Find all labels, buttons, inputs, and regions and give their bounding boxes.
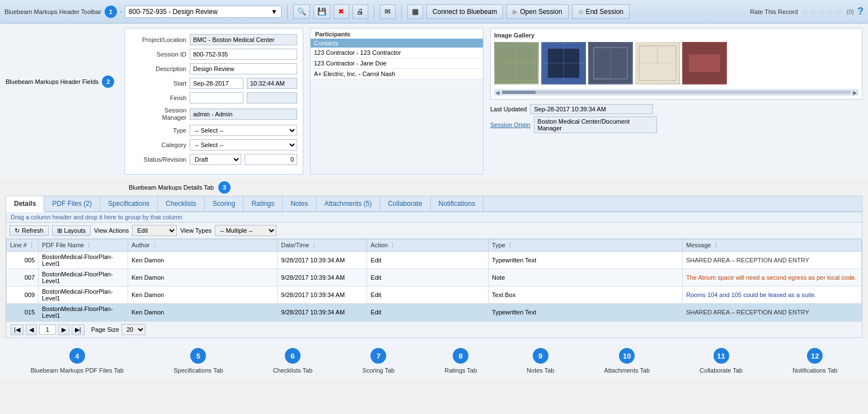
page-next-button[interactable]: ▶ xyxy=(58,324,69,335)
gallery-image-1[interactable] xyxy=(494,42,539,84)
tab-specifications[interactable]: Specifications xyxy=(100,196,158,211)
cell-message-2: Rooms 104 and 105 could be leased as a s… xyxy=(683,286,862,304)
cell-pdf-0: BostonMedical-FloorPlan-Level1 xyxy=(39,252,128,269)
finish-date-input[interactable] xyxy=(190,92,243,103)
session-id-input[interactable] xyxy=(190,49,297,60)
category-select[interactable]: -- Select -- xyxy=(190,139,297,150)
session-dropdown[interactable]: 800-752-935 - Design Review ▼ xyxy=(125,6,281,18)
print-button[interactable]: 🖨 xyxy=(353,4,368,19)
bottom-callouts: 4 Bluebeam Markups PDF Files Tab 5 Speci… xyxy=(0,338,868,378)
page-first-button[interactable]: |◀ xyxy=(11,324,24,335)
gallery-scrollbar[interactable]: ◀ ▶ xyxy=(494,89,858,96)
tab-pdf-files[interactable]: PDF Files (2) xyxy=(44,196,100,211)
revision-input[interactable] xyxy=(245,154,297,165)
project-input[interactable] xyxy=(190,34,297,45)
callout-item-11: 11 Collaborate Tab xyxy=(700,348,743,374)
callout-label-5: Specifications Tab xyxy=(173,367,223,374)
end-session-button[interactable]: ⊗ End Session xyxy=(572,4,630,19)
table-row[interactable]: 007 BostonMedical-FloorPlan-Level1 Ken D… xyxy=(7,269,862,286)
col-author-menu[interactable]: ⋮ xyxy=(152,242,158,248)
callout-item-6: 6 Checklists Tab xyxy=(273,348,313,374)
cell-author-2: Ken Damon xyxy=(128,286,278,304)
status-select[interactable]: Draft xyxy=(190,154,241,165)
email-button[interactable]: ✉ xyxy=(380,4,396,19)
layouts-button[interactable]: ⊞ Layouts xyxy=(52,225,91,236)
svg-rect-16 xyxy=(689,54,720,72)
delete-button[interactable]: ✖ xyxy=(334,4,349,19)
tab-notifications[interactable]: Notifications xyxy=(431,196,484,211)
callout-label-12: Notifications Tab xyxy=(792,367,838,374)
contacts-header: Contacts xyxy=(311,39,483,48)
finish-label: Finish xyxy=(130,95,186,101)
gallery-image-3[interactable] xyxy=(588,42,633,84)
view-actions-select[interactable]: Edit xyxy=(132,225,177,236)
start-time-input[interactable] xyxy=(247,78,297,89)
tab-checklists[interactable]: Checklists xyxy=(158,196,205,211)
cell-type-3: Typewritten Text xyxy=(489,304,683,321)
tab-details[interactable]: Details xyxy=(6,196,44,212)
search-button[interactable]: 🔍 xyxy=(293,4,310,19)
callout-label-9: Notes Tab xyxy=(527,367,554,374)
col-author: Author ⋮ xyxy=(128,239,278,252)
callout-label-11: Collaborate Tab xyxy=(700,367,743,374)
callout-label-10: Attachments Tab xyxy=(604,367,650,374)
connect-bluebeam-button[interactable]: Connect to Bluebeam xyxy=(426,4,503,19)
col-msg-menu[interactable]: ⋮ xyxy=(713,242,719,248)
rate-label: Rate This Record xyxy=(750,8,797,15)
type-select[interactable]: -- Select -- xyxy=(190,125,297,136)
table-row[interactable]: 015 BostonMedical-FloorPlan-Level1 Ken D… xyxy=(7,304,862,321)
session-manager-input[interactable] xyxy=(190,109,297,120)
col-type-menu[interactable]: ⋮ xyxy=(507,242,513,248)
col-message: Message ⋮ xyxy=(683,239,862,252)
page-size-select[interactable]: 20 xyxy=(121,324,146,335)
table-row[interactable]: 009 BostonMedical-FloorPlan-Level1 Ken D… xyxy=(7,286,862,304)
view-types-select[interactable]: -- Multiple -- xyxy=(215,225,276,236)
col-pdf-menu[interactable]: ⋮ xyxy=(86,242,92,248)
cell-action-0: Edit xyxy=(367,252,489,269)
gallery-container: Image Gallery ◀ xyxy=(490,28,862,175)
gallery-scroll-track xyxy=(502,91,851,94)
tab-collaborate[interactable]: Collaborate xyxy=(380,196,430,211)
header-area: Bluebeam Markups Header Fields 2 Project… xyxy=(0,23,868,179)
col-action-menu[interactable]: ⋮ xyxy=(390,242,396,248)
layouts-icon: ⊞ xyxy=(57,227,62,234)
finish-time-input[interactable] xyxy=(247,92,297,103)
refresh-button[interactable]: ↻ Refresh xyxy=(10,225,49,236)
col-dt-menu[interactable]: ⋮ xyxy=(311,242,317,248)
gallery-image-4[interactable] xyxy=(635,42,680,84)
tab-ratings[interactable]: Ratings xyxy=(243,196,283,211)
star-rating[interactable]: ☆☆☆☆☆ xyxy=(801,7,843,16)
page-last-button[interactable]: ▶| xyxy=(72,324,85,335)
cell-pdf-3: BostonMedical-FloorPlan-Level1 xyxy=(39,304,128,321)
gallery-scroll-right[interactable]: ▶ xyxy=(853,90,857,96)
save-button[interactable]: 💾 xyxy=(313,4,330,19)
help-button[interactable]: ? xyxy=(857,6,864,17)
cell-datetime-3: 9/28/2017 10:39:34 AM xyxy=(278,304,367,321)
tab-notes[interactable]: Notes xyxy=(283,196,316,211)
col-type: Type ⋮ xyxy=(489,239,683,252)
cell-datetime-0: 9/28/2017 10:39:34 AM xyxy=(278,252,367,269)
start-date-input[interactable] xyxy=(190,78,243,89)
view-actions-label: View Actions xyxy=(94,227,129,234)
page-prev-button[interactable]: ◀ xyxy=(26,324,37,335)
session-origin-row: Session Origin Boston Medical Center/Doc… xyxy=(490,116,862,133)
description-input[interactable] xyxy=(190,63,297,74)
tab-attachments[interactable]: Attachments (5) xyxy=(317,196,381,211)
col-line-menu[interactable]: ⋮ xyxy=(29,242,35,248)
grid-button[interactable]: ▦ xyxy=(407,4,423,19)
gallery-image-5[interactable] xyxy=(682,42,727,84)
callout-bubble-4: 4 xyxy=(69,348,85,364)
gallery-section: Image Gallery ◀ xyxy=(490,28,862,100)
description-label: Description xyxy=(130,65,186,72)
callout-item-8: 8 Ratings Tab xyxy=(444,348,477,374)
table-row[interactable]: 005 BostonMedical-FloorPlan-Level1 Ken D… xyxy=(7,252,862,269)
session-origin-link[interactable]: Session Origin xyxy=(490,121,531,128)
participants-section: Participants Contacts 123 Contractor - 1… xyxy=(310,28,484,175)
gallery-scroll-left[interactable]: ◀ xyxy=(495,90,500,96)
page-current-input[interactable] xyxy=(39,324,56,335)
tab-scoring[interactable]: Scoring xyxy=(205,196,244,211)
open-session-button[interactable]: ▶ Open Session xyxy=(506,4,568,19)
gallery-image-2[interactable] xyxy=(541,42,586,84)
data-table: Line # ⋮ PDF File Name ⋮ Author ⋮ Date/T… xyxy=(6,239,862,321)
callout-item-5: 5 Specifications Tab xyxy=(173,348,223,374)
